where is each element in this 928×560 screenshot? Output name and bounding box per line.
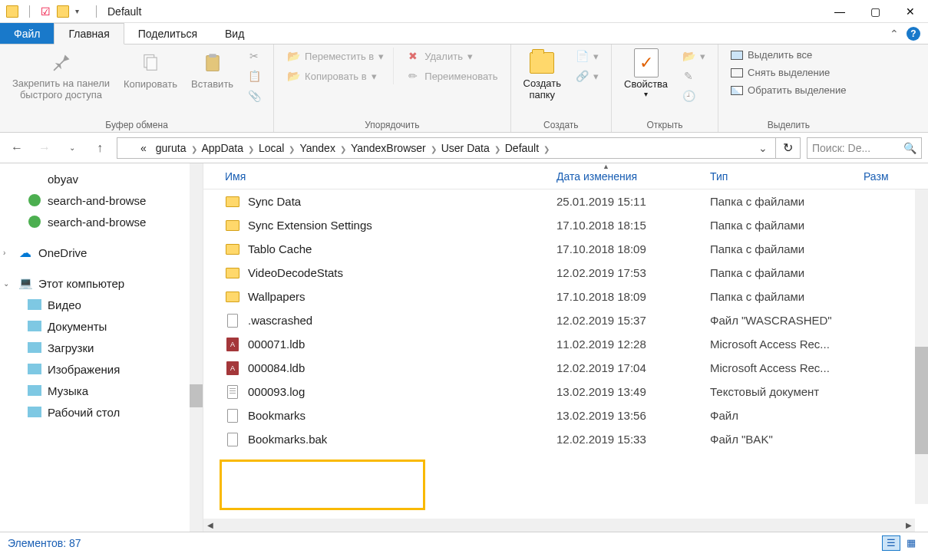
expand-icon[interactable]: › [3,249,12,257]
paste-button[interactable]: Вставить [187,48,238,90]
breadcrumb-overflow[interactable]: « [137,140,150,156]
move-to-button[interactable]: 📂Переместить в ▾ [282,48,388,64]
file-icon [225,408,240,423]
sidebar-item[interactable]: ›☁OneDrive [3,242,200,263]
qat-dropdown-icon[interactable]: ▾ [75,7,79,15]
properties-button[interactable]: ✓ Свойства ▾ [619,48,672,98]
column-name[interactable]: Имя [203,163,541,189]
minimize-button[interactable]: — [822,0,857,23]
file-row[interactable]: Sync Data25.01.2019 15:11Папка с файлами [203,189,928,213]
breadcrumb-segment[interactable]: Default [502,140,542,156]
breadcrumb-segment[interactable]: guruta [153,140,190,156]
file-row[interactable]: Bookmarks13.02.2019 13:56Файл [203,404,928,427]
file-row[interactable]: Tablo Cache17.10.2018 18:09Папка с файла… [203,237,928,261]
copy-path-button[interactable]: 📋 [243,68,266,84]
tab-view[interactable]: Вид [211,23,258,44]
maximize-button[interactable]: ▢ [857,0,893,23]
paste-icon [200,51,225,75]
help-icon[interactable]: ? [907,27,920,41]
up-button[interactable]: ↑ [89,137,111,159]
file-row[interactable]: Bookmarks.bak12.02.2019 15:33Файл "BAK" [203,427,928,451]
deselect-button[interactable]: Снять выделение [726,65,850,80]
breadcrumb-segment[interactable]: User Data [438,140,493,156]
edit-button[interactable]: ✎ [677,68,710,84]
sidebar-item[interactable]: Музыка [3,380,200,401]
scrollbar-thumb[interactable] [190,384,203,407]
dropdown-icon: ▾ [467,51,473,62]
file-row[interactable]: Wallpapers17.10.2018 18:09Папка с файлам… [203,285,928,308]
sidebar-item[interactable]: search-and-browse [3,211,200,232]
paste-shortcut-button[interactable]: 📎 [243,87,266,104]
delete-button[interactable]: ✖Удалить ▾ [401,48,502,64]
history-button[interactable]: 🕘 [677,87,710,104]
forward-button[interactable]: → [34,137,55,159]
breadcrumb-segment[interactable]: AppData [199,140,246,156]
file-type: Папка с файлами [710,242,864,255]
file-name: Sync Data [248,195,556,208]
sidebar-item[interactable]: Изображения [3,358,200,380]
horizontal-scrollbar[interactable]: ◀ ▶ [203,519,915,532]
file-type: Файл [710,409,864,422]
breadcrumb-segment[interactable]: Local [256,140,287,156]
open-button[interactable]: 📂▾ [677,48,710,64]
back-button[interactable]: ← [6,137,28,159]
tree-item-icon: ☁ [18,245,32,259]
properties-qat-icon[interactable]: ☑ [41,5,51,18]
ribbon-collapse[interactable]: ⌃ ? [882,23,928,44]
tab-share[interactable]: Поделиться [124,23,211,44]
sidebar-item[interactable]: obyav [3,168,200,189]
recent-dropdown[interactable]: ⌄ [61,137,83,159]
vertical-scrollbar[interactable] [915,189,928,504]
cut-button[interactable]: ✂ [243,48,266,64]
tab-home[interactable]: Главная [54,23,124,44]
breadcrumb-segment[interactable]: Yandex [296,140,338,156]
copy-to-button[interactable]: 📂Копировать в ▾ [282,68,388,84]
details-view-button[interactable]: ☰ [882,535,900,551]
sidebar-item-label: Музыка [48,384,88,397]
expand-icon[interactable]: ⌄ [3,279,12,288]
file-row[interactable]: .wascrashed12.02.2019 15:37Файл "WASCRAS… [203,308,928,332]
file-row[interactable]: A000084.ldb12.02.2019 17:04Microsoft Acc… [203,356,928,380]
ribbon-tabs: Файл Главная Поделиться Вид ⌃ ? [0,23,928,44]
rename-button[interactable]: ✏Переименовать [401,68,502,84]
sidebar-item[interactable]: Документы [3,315,200,337]
breadcrumb-segment[interactable]: YandexBrowser [348,140,429,156]
close-button[interactable]: ✕ [893,0,928,23]
easy-access-button[interactable]: 🔗▾ [570,68,603,84]
status-bar: Элементов: 87 ☰ ▦ [0,532,928,553]
sidebar-item[interactable]: search-and-browse [3,189,200,211]
group-label-new: Создать [519,118,603,130]
address-bar[interactable]: « guruta❯AppData❯Local❯Yandex❯YandexBrow… [117,137,776,159]
new-item-button[interactable]: 📄▾ [570,48,603,64]
sidebar-item[interactable]: Рабочий стол [3,401,200,423]
file-row[interactable]: A000071.ldb11.02.2019 12:28Microsoft Acc… [203,332,928,356]
search-input[interactable]: Поиск: De... 🔍 [807,137,922,159]
dropdown-icon: ▾ [372,71,377,82]
column-type[interactable]: Тип [695,163,848,189]
scroll-right-icon[interactable]: ▶ [902,519,915,532]
new-folder-qat-icon[interactable] [57,5,69,18]
new-folder-button[interactable]: Создать папку [519,48,566,101]
file-row[interactable]: VideoDecodeStats12.02.2019 17:53Папка с … [203,261,928,285]
column-date[interactable]: Дата изменения [541,163,695,189]
sidebar-scrollbar[interactable] [190,163,203,532]
titlebar: ☑ ▾ Default — ▢ ✕ [0,0,928,23]
tab-file[interactable]: Файл [0,23,54,44]
column-size[interactable]: Разм [848,163,894,189]
file-row[interactable]: Sync Extension Settings17.10.2018 18:15П… [203,213,928,237]
file-icon [225,265,240,281]
file-row[interactable]: 000093.log13.02.2019 13:49Текстовый доку… [203,380,928,404]
invert-select-button[interactable]: Обратить выделение [726,83,850,97]
file-date: 12.02.2019 17:04 [556,361,710,374]
sidebar-item[interactable]: Видео [3,294,200,315]
copy-button[interactable]: Копировать [119,48,182,90]
sidebar-item[interactable]: ⌄💻Этот компьютер [3,272,200,294]
pin-button[interactable]: Закрепить на панели быстрого доступа [8,48,114,101]
refresh-button[interactable]: ↻ [776,137,801,159]
thumbnails-view-button[interactable]: ▦ [902,535,920,551]
select-all-button[interactable]: Выделить все [726,48,850,62]
scroll-left-icon[interactable]: ◀ [203,519,216,532]
sidebar-item[interactable]: Загрузки [3,337,200,358]
scrollbar-thumb[interactable] [915,347,928,454]
address-dropdown-icon[interactable]: ⌄ [754,142,772,154]
